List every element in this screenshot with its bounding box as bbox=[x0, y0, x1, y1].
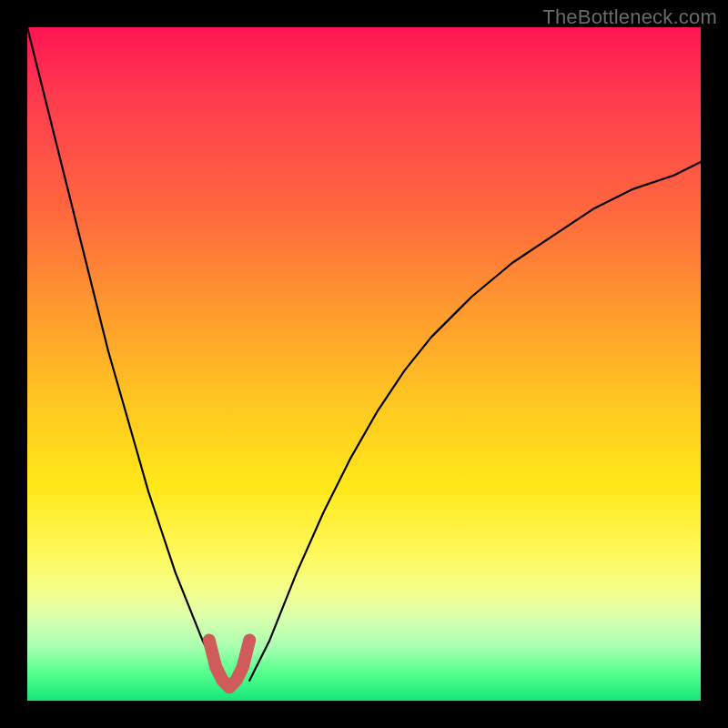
curve-group bbox=[27, 27, 701, 687]
curve-valley-highlight bbox=[209, 640, 249, 687]
curve-left bbox=[27, 27, 223, 681]
curve-right bbox=[249, 162, 701, 681]
watermark-text: TheBottleneck.com bbox=[542, 5, 717, 29]
chart-plot-area bbox=[27, 27, 701, 701]
chart-frame: TheBottleneck.com bbox=[0, 0, 728, 728]
chart-svg bbox=[27, 27, 701, 701]
